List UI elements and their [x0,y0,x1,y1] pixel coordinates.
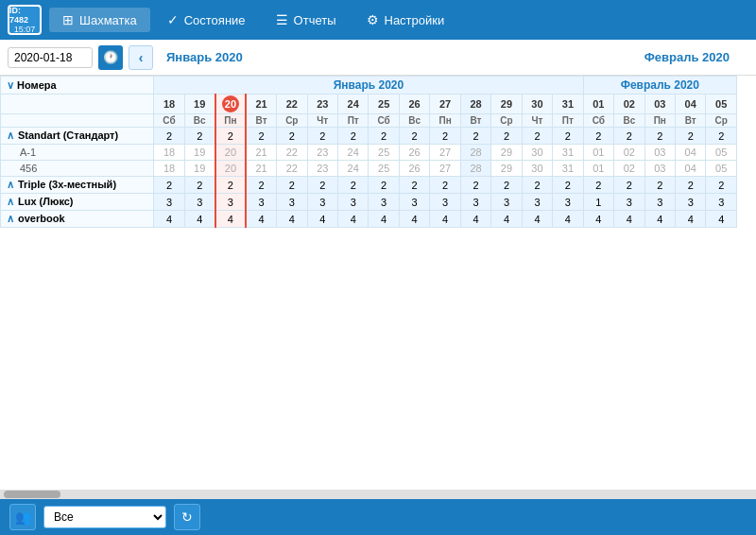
cell-jan-4[interactable]: 4 [277,211,307,228]
cell-jan-12[interactable]: 4 [522,211,552,228]
cell-jan-0[interactable]: 18 [154,145,184,161]
cell-jan-5[interactable]: 3 [307,194,337,211]
cell-jan-6[interactable]: 2 [338,177,369,194]
cell-jan-5[interactable]: 2 [307,128,337,145]
cell-jan-12[interactable]: 30 [522,145,552,161]
cell-jan-13[interactable]: 3 [553,194,583,211]
cell-feb-1[interactable]: 2 [614,128,644,145]
cell-jan-8[interactable]: 26 [399,145,429,161]
expand-icon-3[interactable]: ∧ [7,179,14,190]
cell-jan-7[interactable]: 4 [369,211,399,228]
cell-jan-11[interactable]: 29 [491,161,522,177]
cell-feb-4[interactable]: 05 [706,161,737,177]
refresh-button[interactable]: ↻ [174,504,200,530]
nav-sostoyanie[interactable]: ✓ Состояние [154,8,259,32]
cell-feb-0[interactable]: 01 [583,161,613,177]
cell-jan-6[interactable]: 4 [338,211,369,228]
cell-jan-3[interactable]: 2 [246,177,276,194]
users-icon-button[interactable]: 👥 [9,504,36,530]
cell-jan-7[interactable]: 2 [369,177,399,194]
cell-feb-2[interactable]: 03 [644,161,675,177]
cell-feb-0[interactable]: 2 [583,177,613,194]
cell-feb-4[interactable]: 3 [706,194,737,211]
cell-jan-1[interactable]: 19 [184,161,215,177]
cell-jan-7[interactable]: 2 [369,128,399,145]
cell-jan-2[interactable]: 20 [215,161,246,177]
cell-jan-6[interactable]: 3 [338,194,369,211]
cell-jan-4[interactable]: 2 [277,177,307,194]
cell-jan-8[interactable]: 2 [399,177,429,194]
cell-jan-2[interactable]: 2 [215,128,246,145]
cell-feb-2[interactable]: 4 [644,211,675,228]
cell-jan-13[interactable]: 31 [553,145,583,161]
cell-jan-8[interactable]: 26 [399,161,429,177]
cell-jan-11[interactable]: 2 [491,177,522,194]
cell-jan-12[interactable]: 30 [522,161,552,177]
cell-feb-1[interactable]: 02 [614,145,644,161]
cell-feb-3[interactable]: 04 [675,145,705,161]
nav-shahmatka[interactable]: ⊞ Шахматка [49,8,150,32]
cell-feb-0[interactable]: 01 [583,145,613,161]
cell-jan-8[interactable]: 4 [399,211,429,228]
cell-jan-1[interactable]: 2 [184,128,215,145]
cell-jan-0[interactable]: 3 [154,194,184,211]
calendar-icon-button[interactable]: 🕐 [98,45,123,70]
cell-jan-4[interactable]: 2 [277,128,307,145]
cell-feb-1[interactable]: 2 [614,177,644,194]
cell-jan-0[interactable]: 4 [154,211,184,228]
cell-feb-3[interactable]: 2 [675,128,705,145]
cell-jan-11[interactable]: 3 [491,194,522,211]
cell-feb-1[interactable]: 02 [614,161,644,177]
cell-feb-2[interactable]: 2 [644,177,675,194]
cell-feb-2[interactable]: 2 [644,128,675,145]
cell-jan-0[interactable]: 2 [154,128,184,145]
cell-jan-1[interactable]: 19 [184,145,215,161]
cell-feb-3[interactable]: 3 [675,194,705,211]
cell-feb-0[interactable]: 2 [583,128,613,145]
cell-feb-1[interactable]: 4 [614,211,644,228]
cell-jan-3[interactable]: 2 [246,128,276,145]
cell-feb-4[interactable]: 05 [706,145,737,161]
cell-feb-4[interactable]: 4 [706,211,737,228]
cell-jan-10[interactable]: 4 [460,211,490,228]
cell-jan-10[interactable]: 28 [460,161,490,177]
cell-jan-8[interactable]: 3 [399,194,429,211]
cell-jan-10[interactable]: 2 [460,128,490,145]
cell-jan-2[interactable]: 20 [215,145,246,161]
cell-jan-9[interactable]: 3 [430,194,460,211]
horizontal-scrollbar[interactable] [0,490,756,499]
expand-icon-4[interactable]: ∧ [7,196,14,207]
cell-jan-10[interactable]: 2 [460,177,490,194]
cell-jan-2[interactable]: 2 [215,177,246,194]
cell-jan-1[interactable]: 3 [184,194,215,211]
cell-feb-3[interactable]: 2 [675,177,705,194]
cell-jan-9[interactable]: 2 [430,177,460,194]
cell-jan-10[interactable]: 28 [460,145,490,161]
cell-jan-7[interactable]: 3 [369,194,399,211]
cell-jan-11[interactable]: 4 [491,211,522,228]
cell-jan-5[interactable]: 23 [307,161,337,177]
nav-otchety[interactable]: ☰ Отчеты [263,8,350,32]
calendar-container[interactable]: ∨ Номера Январь 2020 Февраль 2020 181920… [0,76,756,499]
cell-jan-11[interactable]: 2 [491,128,522,145]
cell-jan-5[interactable]: 4 [307,211,337,228]
cell-jan-5[interactable]: 23 [307,145,337,161]
cell-feb-0[interactable]: 4 [583,211,613,228]
cell-jan-4[interactable]: 22 [277,161,307,177]
cell-feb-3[interactable]: 04 [675,161,705,177]
cell-jan-11[interactable]: 29 [491,145,522,161]
cell-jan-6[interactable]: 24 [338,161,369,177]
cell-jan-7[interactable]: 25 [369,161,399,177]
cell-jan-12[interactable]: 2 [522,128,552,145]
cell-jan-9[interactable]: 4 [430,211,460,228]
cell-jan-9[interactable]: 2 [430,128,460,145]
cell-feb-4[interactable]: 2 [706,177,737,194]
cell-jan-4[interactable]: 3 [277,194,307,211]
cell-jan-13[interactable]: 4 [553,211,583,228]
cell-jan-3[interactable]: 21 [246,161,276,177]
cell-jan-1[interactable]: 4 [184,211,215,228]
cell-jan-4[interactable]: 22 [277,145,307,161]
cell-jan-5[interactable]: 2 [307,177,337,194]
cell-jan-0[interactable]: 2 [154,177,184,194]
cell-feb-1[interactable]: 3 [614,194,644,211]
